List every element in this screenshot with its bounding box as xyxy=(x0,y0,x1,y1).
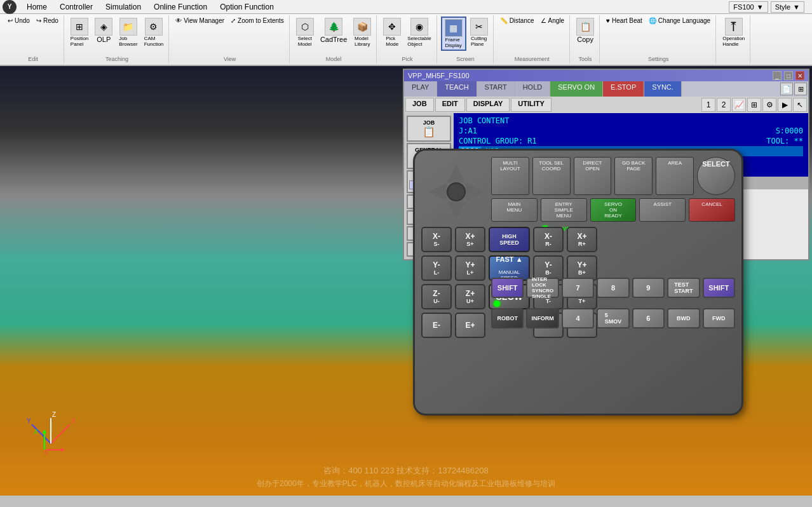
tab-estop[interactable]: E.STOP xyxy=(603,81,644,97)
frame-display-button[interactable]: ▦ FrameDisplay xyxy=(441,17,466,51)
distance-button[interactable]: 📏 Distance xyxy=(497,17,537,25)
pend-entry-simple-menu[interactable]: ENTRYSIMPLEMENU xyxy=(541,198,587,222)
dpad-left[interactable] xyxy=(429,183,447,201)
vpp-maximize-button[interactable]: □ xyxy=(784,71,793,80)
pend-multi-layout[interactable]: MULTILAYOUT xyxy=(491,157,529,195)
pick-mode-button[interactable]: ✥ PickMode xyxy=(381,17,403,48)
position-panel-button[interactable]: ⊞ PositionPanel xyxy=(68,17,91,48)
toolbar-icon-gear[interactable]: ⚙ xyxy=(762,98,776,112)
pend-main-menu[interactable]: MAINMENU xyxy=(491,198,538,222)
dpad-down[interactable] xyxy=(447,201,465,219)
num-8[interactable]: 8 xyxy=(597,278,629,298)
view-manager-button[interactable]: 👁 View Manager xyxy=(173,17,227,25)
pend-cancel[interactable]: CANCEL xyxy=(689,198,735,222)
pend-area[interactable]: AREA xyxy=(656,157,694,195)
selectable-object-button[interactable]: ◉ SelectableObject xyxy=(405,17,433,48)
file-icon[interactable]: 📄 xyxy=(780,83,793,95)
jog-y-plus[interactable]: Y+L+ xyxy=(455,255,485,281)
toolbar-icon-table[interactable]: ⊞ xyxy=(747,98,761,112)
cam-function-button[interactable]: ⚙ CAMFunction xyxy=(142,17,166,48)
redo-button[interactable]: ↪ Redo xyxy=(34,17,61,25)
settings-buttons: ♥ Heart Beat 🌐 Change Language xyxy=(604,17,713,55)
jog-xr-plus[interactable]: X+R+ xyxy=(567,227,597,252)
num-4[interactable]: 4 xyxy=(562,308,594,328)
toolbar-edit[interactable]: EDIT xyxy=(435,98,465,112)
jog-xr-minus[interactable]: X-R- xyxy=(533,227,564,252)
pend-servo-on-ready[interactable]: SERVOONREADY xyxy=(590,198,637,222)
jog-x-plus[interactable]: X+S+ xyxy=(455,227,485,252)
toolbar-icons: 1 2 📈 ⊞ ⚙ ▶ ↖ xyxy=(701,98,807,112)
vpp-minimize-button[interactable]: _ xyxy=(773,71,782,80)
tab-sync[interactable]: SYNC. xyxy=(644,81,682,97)
jog-high-speed[interactable]: HIGHSPEED xyxy=(489,227,530,252)
vpp-close-button[interactable]: ✕ xyxy=(795,71,804,80)
toolbar-icon-play[interactable]: ▶ xyxy=(778,98,792,112)
angle-button[interactable]: ∠ Angle xyxy=(538,17,567,25)
num-test-start[interactable]: TESTSTART xyxy=(667,278,700,298)
job-browser-button[interactable]: 📁 JobBrowser xyxy=(116,17,140,48)
toolbar-icon-2[interactable]: 2 xyxy=(717,98,731,112)
pend-select[interactable]: SELECT xyxy=(697,157,735,195)
tab-play[interactable]: PLAY xyxy=(404,81,437,97)
side-btn-job[interactable]: JOB 📋 xyxy=(407,116,451,142)
pend-tool-sel-coord[interactable]: TOOL SELCOORD xyxy=(532,157,571,195)
copy-button[interactable]: 📋 Copy xyxy=(574,17,597,44)
num-shift-left[interactable]: SHIFT xyxy=(491,278,524,298)
pend-assist[interactable]: ASSIST xyxy=(639,198,686,222)
toolbar-icon-graph[interactable]: 📈 xyxy=(732,98,746,112)
num-robot[interactable]: ROBOT xyxy=(491,308,524,328)
pend-direct-open[interactable]: DIRECTOPEN xyxy=(574,157,612,195)
jog-fast[interactable]: FAST ▲MANUAL SPEED xyxy=(489,255,530,281)
tab-start[interactable]: START xyxy=(477,81,515,97)
pend-go-back-page[interactable]: GO BACKPAGE xyxy=(614,157,653,195)
svg-text:Y: Y xyxy=(27,417,31,424)
num-6[interactable]: 6 xyxy=(632,308,665,328)
menu-online-function[interactable]: Online Function xyxy=(147,1,213,13)
dpad-center[interactable] xyxy=(447,182,466,201)
jog-x-minus[interactable]: X-S- xyxy=(421,227,452,252)
undo-button[interactable]: ↩ Undo xyxy=(5,17,32,25)
num-fwd[interactable]: FWD xyxy=(703,308,735,328)
toolbar-icon-1[interactable]: 1 xyxy=(701,98,715,112)
num-bwd[interactable]: BWD xyxy=(667,308,700,328)
menu-option-function[interactable]: Option Function xyxy=(213,1,280,13)
change-language-button[interactable]: 🌐 Change Language xyxy=(646,17,713,25)
olp-button[interactable]: ◈ OLP xyxy=(92,17,115,44)
model-buttons: ⬡ SelectModel 🌲 CadTree 📦 ModelLibrary xyxy=(294,17,374,55)
num-inform[interactable]: INFORM xyxy=(526,308,558,328)
num-5-smov[interactable]: 5SMOV xyxy=(597,308,629,328)
grid-icon[interactable]: ⊞ xyxy=(794,83,807,95)
num-interlock[interactable]: INTERLOCKSYNCROSINGLE xyxy=(526,278,558,298)
tab-hold[interactable]: HOLD xyxy=(515,81,551,97)
jog-z-plus[interactable]: Z+U+ xyxy=(455,284,485,309)
toolbar-job[interactable]: JOB xyxy=(405,98,434,112)
operation-handle-button[interactable]: ⤒ OperationHandle xyxy=(720,17,747,48)
tab-teach[interactable]: TEACH xyxy=(437,81,477,97)
model-library-button[interactable]: 📦 ModelLibrary xyxy=(351,17,374,48)
num-7[interactable]: 7 xyxy=(562,278,594,298)
jog-z-minus[interactable]: Z-U- xyxy=(421,284,452,309)
fs100-dropdown[interactable]: FS100 ▼ xyxy=(729,1,768,13)
toolbar-display[interactable]: DISPLAY xyxy=(466,98,510,112)
jog-e-plus[interactable]: E+ xyxy=(455,313,485,338)
num-shift-right[interactable]: SHIFT xyxy=(703,278,735,298)
dpad-right[interactable] xyxy=(466,183,484,201)
tab-servo-on[interactable]: SERVO ON xyxy=(550,81,603,97)
heartbeat-button[interactable]: ♥ Heart Beat xyxy=(604,17,645,25)
svg-text:Z: Z xyxy=(34,428,38,435)
jog-yr-plus[interactable]: Y+B+ xyxy=(567,255,597,281)
num-9[interactable]: 9 xyxy=(632,278,665,298)
toolbar-utility[interactable]: UTILITY xyxy=(511,98,551,112)
jog-y-minus[interactable]: Y-L- xyxy=(421,255,452,281)
cadtree-button[interactable]: 🌲 CadTree xyxy=(318,17,349,44)
zoom-extents-button[interactable]: ⤢ Zoom to Extents xyxy=(228,17,287,25)
cutting-plane-button[interactable]: ✂ CuttingPlane xyxy=(468,17,491,48)
dpad-up[interactable] xyxy=(447,165,465,182)
menu-controller[interactable]: Controller xyxy=(53,1,99,13)
select-model-button[interactable]: ⬡ SelectModel xyxy=(294,17,316,48)
jog-e-minus[interactable]: E- xyxy=(421,313,452,338)
toolbar-icon-cursor[interactable]: ↖ xyxy=(793,98,807,112)
menu-home[interactable]: Home xyxy=(20,1,53,13)
style-dropdown[interactable]: Style ▼ xyxy=(771,1,804,13)
menu-simulation[interactable]: Simulation xyxy=(99,1,147,13)
